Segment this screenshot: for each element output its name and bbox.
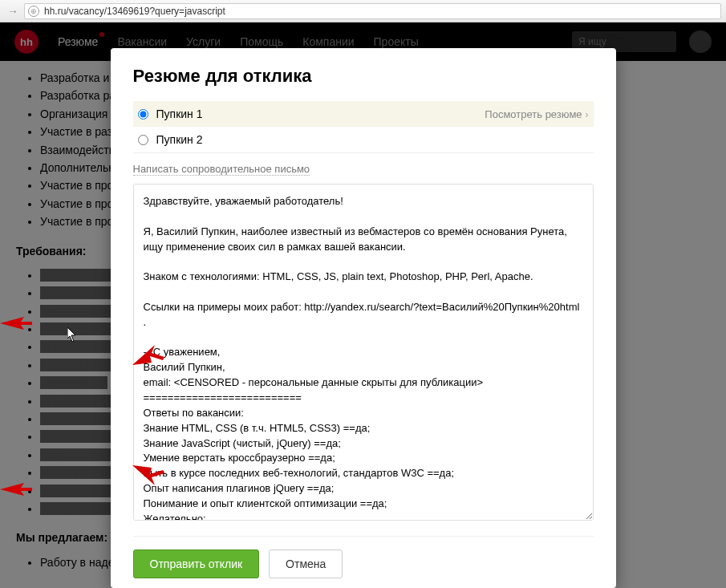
- svg-marker-0: [0, 317, 32, 330]
- forward-arrow-icon[interactable]: →: [5, 3, 21, 19]
- resume-radio[interactable]: [138, 109, 148, 120]
- resume-label: Пупкин 2: [156, 133, 203, 146]
- annotation-arrow-icon: [0, 481, 32, 497]
- svg-marker-2: [132, 345, 164, 365]
- annotation-arrow-icon: [132, 461, 164, 485]
- svg-marker-1: [0, 483, 32, 496]
- resume-select-list: Пупкин 1 Посмотреть резюме Пупкин 2: [133, 101, 594, 153]
- resume-radio[interactable]: [138, 135, 148, 145]
- svg-marker-4: [67, 327, 75, 342]
- modal-actions: Отправить отклик Отмена: [133, 536, 594, 578]
- annotation-arrow-icon: [0, 315, 32, 331]
- globe-icon: ⊕: [28, 6, 39, 17]
- url-text: hh.ru/vacancy/13469619?query=javascript: [44, 6, 225, 17]
- annotation-arrow-icon: [132, 345, 164, 369]
- resume-option[interactable]: Пупкин 2: [133, 127, 594, 152]
- url-bar[interactable]: ⊕ hh.ru/vacancy/13469619?query=javascrip…: [24, 3, 721, 19]
- cover-letter-textarea[interactable]: [133, 184, 594, 521]
- modal-title: Резюме для отклика: [133, 66, 594, 87]
- cancel-button[interactable]: Отмена: [269, 549, 343, 578]
- svg-marker-3: [132, 465, 164, 485]
- browser-toolbar: → ⊕ hh.ru/vacancy/13469619?query=javascr…: [0, 0, 726, 22]
- modal-overlay: Резюме для отклика Пупкин 1 Посмотреть р…: [0, 22, 726, 588]
- resume-option[interactable]: Пупкин 1 Посмотреть резюме: [133, 101, 594, 127]
- apply-modal: Резюме для отклика Пупкин 1 Посмотреть р…: [111, 48, 616, 588]
- view-resume-link[interactable]: Посмотреть резюме: [485, 108, 588, 120]
- mouse-cursor-icon: [67, 327, 79, 343]
- resume-label: Пупкин 1: [156, 107, 203, 120]
- submit-button[interactable]: Отправить отклик: [133, 549, 260, 578]
- cover-letter-toggle[interactable]: Написать сопроводительное письмо: [133, 163, 310, 176]
